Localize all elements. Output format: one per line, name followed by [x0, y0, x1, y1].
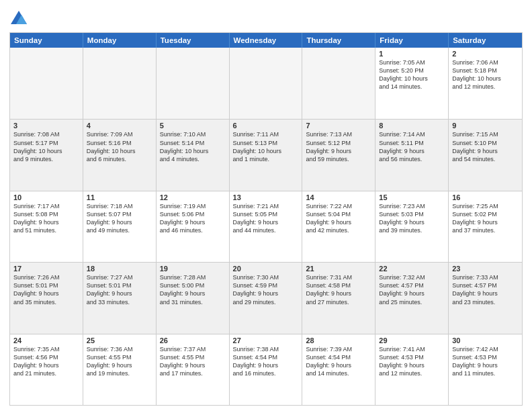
- calendar-cell: 14Sunrise: 7:22 AM Sunset: 5:04 PM Dayli…: [302, 191, 375, 262]
- day-info: Sunrise: 7:21 AM Sunset: 5:05 PM Dayligh…: [233, 202, 299, 235]
- day-number: 2: [452, 50, 519, 58]
- day-info: Sunrise: 7:25 AM Sunset: 5:02 PM Dayligh…: [452, 202, 519, 235]
- day-number: 14: [306, 193, 371, 201]
- day-info: Sunrise: 7:35 AM Sunset: 4:56 PM Dayligh…: [13, 345, 79, 378]
- day-number: 26: [160, 336, 226, 345]
- day-number: 22: [379, 265, 445, 273]
- day-info: Sunrise: 7:17 AM Sunset: 5:08 PM Dayligh…: [13, 202, 79, 235]
- day-number: 29: [379, 336, 445, 345]
- day-number: 17: [13, 265, 79, 273]
- day-info: Sunrise: 7:30 AM Sunset: 4:59 PM Dayligh…: [233, 273, 299, 306]
- calendar-cell: 16Sunrise: 7:25 AM Sunset: 5:02 PM Dayli…: [449, 191, 522, 262]
- calendar-cell: 13Sunrise: 7:21 AM Sunset: 5:05 PM Dayli…: [230, 191, 303, 262]
- calendar-cell: 8Sunrise: 7:14 AM Sunset: 5:11 PM Daylig…: [375, 120, 449, 190]
- day-number: 27: [233, 336, 299, 345]
- calendar-cell: 22Sunrise: 7:32 AM Sunset: 4:57 PM Dayli…: [375, 263, 449, 333]
- calendar-cell: 12Sunrise: 7:19 AM Sunset: 5:06 PM Dayli…: [157, 191, 230, 262]
- day-info: Sunrise: 7:06 AM Sunset: 5:18 PM Dayligh…: [452, 58, 519, 91]
- day-info: Sunrise: 7:22 AM Sunset: 5:04 PM Dayligh…: [306, 202, 371, 235]
- day-number: 16: [452, 193, 519, 201]
- day-info: Sunrise: 7:18 AM Sunset: 5:07 PM Dayligh…: [87, 202, 152, 235]
- day-number: 25: [87, 336, 152, 345]
- day-info: Sunrise: 7:19 AM Sunset: 5:06 PM Dayligh…: [160, 202, 226, 235]
- day-info: Sunrise: 7:33 AM Sunset: 4:57 PM Dayligh…: [452, 273, 519, 306]
- calendar-cell: 15Sunrise: 7:23 AM Sunset: 5:03 PM Dayli…: [375, 191, 449, 262]
- day-number: 5: [160, 122, 226, 130]
- day-number: 11: [87, 193, 152, 201]
- calendar-cell: 30Sunrise: 7:42 AM Sunset: 4:53 PM Dayli…: [449, 334, 522, 405]
- calendar-cell: 1Sunrise: 7:05 AM Sunset: 5:20 PM Daylig…: [375, 48, 449, 119]
- weekday-header-tuesday: Tuesday: [157, 33, 230, 48]
- day-info: Sunrise: 7:27 AM Sunset: 5:01 PM Dayligh…: [87, 273, 152, 306]
- calendar-cell: 4Sunrise: 7:09 AM Sunset: 5:16 PM Daylig…: [83, 120, 157, 190]
- calendar-row-2: 3Sunrise: 7:08 AM Sunset: 5:17 PM Daylig…: [10, 119, 522, 190]
- calendar-header: SundayMondayTuesdayWednesdayThursdayFrid…: [10, 33, 522, 48]
- day-info: Sunrise: 7:23 AM Sunset: 5:03 PM Dayligh…: [379, 202, 445, 235]
- day-info: Sunrise: 7:38 AM Sunset: 4:54 PM Dayligh…: [233, 345, 299, 378]
- day-info: Sunrise: 7:28 AM Sunset: 5:00 PM Dayligh…: [160, 273, 226, 306]
- weekday-header-sunday: Sunday: [10, 33, 83, 48]
- day-info: Sunrise: 7:08 AM Sunset: 5:17 PM Dayligh…: [13, 130, 79, 163]
- calendar-cell: 18Sunrise: 7:27 AM Sunset: 5:01 PM Dayli…: [83, 263, 157, 333]
- calendar-cell: [83, 48, 157, 119]
- calendar-cell: 28Sunrise: 7:39 AM Sunset: 4:54 PM Dayli…: [302, 334, 375, 405]
- day-number: 9: [452, 122, 519, 130]
- day-number: 23: [452, 265, 519, 273]
- day-info: Sunrise: 7:42 AM Sunset: 4:53 PM Dayligh…: [452, 345, 519, 378]
- day-info: Sunrise: 7:31 AM Sunset: 4:58 PM Dayligh…: [306, 273, 371, 306]
- logo: [9, 9, 31, 28]
- calendar-cell: 24Sunrise: 7:35 AM Sunset: 4:56 PM Dayli…: [10, 334, 83, 405]
- calendar-cell: 29Sunrise: 7:41 AM Sunset: 4:53 PM Dayli…: [375, 334, 449, 405]
- day-info: Sunrise: 7:36 AM Sunset: 4:55 PM Dayligh…: [87, 345, 152, 378]
- logo-icon: [9, 9, 28, 28]
- day-info: Sunrise: 7:15 AM Sunset: 5:10 PM Dayligh…: [452, 130, 519, 163]
- day-number: 1: [379, 50, 445, 58]
- day-number: 4: [87, 122, 152, 130]
- day-info: Sunrise: 7:39 AM Sunset: 4:54 PM Dayligh…: [306, 345, 371, 378]
- calendar-cell: 10Sunrise: 7:17 AM Sunset: 5:08 PM Dayli…: [10, 191, 83, 262]
- day-info: Sunrise: 7:14 AM Sunset: 5:11 PM Dayligh…: [379, 130, 445, 163]
- day-number: 3: [13, 122, 79, 130]
- day-info: Sunrise: 7:10 AM Sunset: 5:14 PM Dayligh…: [160, 130, 226, 163]
- day-number: 24: [13, 336, 79, 345]
- calendar-cell: 23Sunrise: 7:33 AM Sunset: 4:57 PM Dayli…: [449, 263, 522, 333]
- calendar-cell: 19Sunrise: 7:28 AM Sunset: 5:00 PM Dayli…: [157, 263, 230, 333]
- weekday-header-thursday: Thursday: [302, 33, 375, 48]
- calendar-cell: 17Sunrise: 7:26 AM Sunset: 5:01 PM Dayli…: [10, 263, 83, 333]
- day-number: 30: [452, 336, 519, 345]
- day-info: Sunrise: 7:32 AM Sunset: 4:57 PM Dayligh…: [379, 273, 445, 306]
- calendar-cell: 20Sunrise: 7:30 AM Sunset: 4:59 PM Dayli…: [230, 263, 303, 333]
- weekday-header-monday: Monday: [83, 33, 157, 48]
- day-info: Sunrise: 7:05 AM Sunset: 5:20 PM Dayligh…: [379, 58, 445, 91]
- calendar-cell: 25Sunrise: 7:36 AM Sunset: 4:55 PM Dayli…: [83, 334, 157, 405]
- calendar-cell: [157, 48, 230, 119]
- weekday-header-wednesday: Wednesday: [230, 33, 303, 48]
- calendar-body: 1Sunrise: 7:05 AM Sunset: 5:20 PM Daylig…: [10, 48, 522, 405]
- day-number: 20: [233, 265, 299, 273]
- calendar-row-3: 10Sunrise: 7:17 AM Sunset: 5:08 PM Dayli…: [10, 191, 522, 262]
- calendar-cell: 5Sunrise: 7:10 AM Sunset: 5:14 PM Daylig…: [157, 120, 230, 190]
- day-number: 7: [306, 122, 371, 130]
- calendar-cell: [10, 48, 83, 119]
- calendar-cell: [230, 48, 303, 119]
- calendar-cell: 11Sunrise: 7:18 AM Sunset: 5:07 PM Dayli…: [83, 191, 157, 262]
- weekday-header-saturday: Saturday: [449, 33, 522, 48]
- day-info: Sunrise: 7:41 AM Sunset: 4:53 PM Dayligh…: [379, 345, 445, 378]
- day-number: 6: [233, 122, 299, 130]
- day-info: Sunrise: 7:26 AM Sunset: 5:01 PM Dayligh…: [13, 273, 79, 306]
- day-number: 12: [160, 193, 226, 201]
- calendar-cell: 3Sunrise: 7:08 AM Sunset: 5:17 PM Daylig…: [10, 120, 83, 190]
- calendar-cell: 6Sunrise: 7:11 AM Sunset: 5:13 PM Daylig…: [230, 120, 303, 190]
- calendar-cell: 26Sunrise: 7:37 AM Sunset: 4:55 PM Dayli…: [157, 334, 230, 405]
- calendar-cell: [302, 48, 375, 119]
- calendar-cell: 21Sunrise: 7:31 AM Sunset: 4:58 PM Dayli…: [302, 263, 375, 333]
- calendar: SundayMondayTuesdayWednesdayThursdayFrid…: [9, 32, 523, 406]
- day-info: Sunrise: 7:13 AM Sunset: 5:12 PM Dayligh…: [306, 130, 371, 163]
- calendar-row-4: 17Sunrise: 7:26 AM Sunset: 5:01 PM Dayli…: [10, 262, 522, 333]
- day-info: Sunrise: 7:37 AM Sunset: 4:55 PM Dayligh…: [160, 345, 226, 378]
- header: [9, 7, 523, 28]
- calendar-cell: 7Sunrise: 7:13 AM Sunset: 5:12 PM Daylig…: [302, 120, 375, 190]
- day-info: Sunrise: 7:11 AM Sunset: 5:13 PM Dayligh…: [233, 130, 299, 163]
- calendar-cell: 9Sunrise: 7:15 AM Sunset: 5:10 PM Daylig…: [449, 120, 522, 190]
- calendar-cell: 27Sunrise: 7:38 AM Sunset: 4:54 PM Dayli…: [230, 334, 303, 405]
